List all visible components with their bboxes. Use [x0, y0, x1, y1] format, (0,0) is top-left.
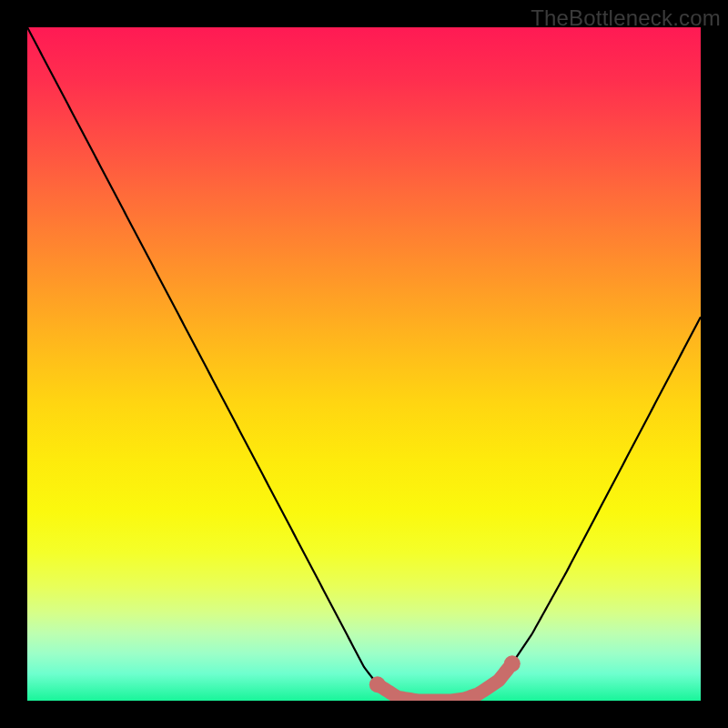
- bottleneck-highlight: [378, 663, 512, 701]
- bottleneck-curve: [27, 27, 701, 701]
- gradient-plot-area: [27, 27, 701, 701]
- highlight-dot-right: [504, 655, 521, 672]
- chart-frame: TheBottleneck.com: [0, 0, 728, 728]
- highlight-dot-left: [369, 676, 386, 693]
- bottleneck-curve-svg: [27, 27, 701, 701]
